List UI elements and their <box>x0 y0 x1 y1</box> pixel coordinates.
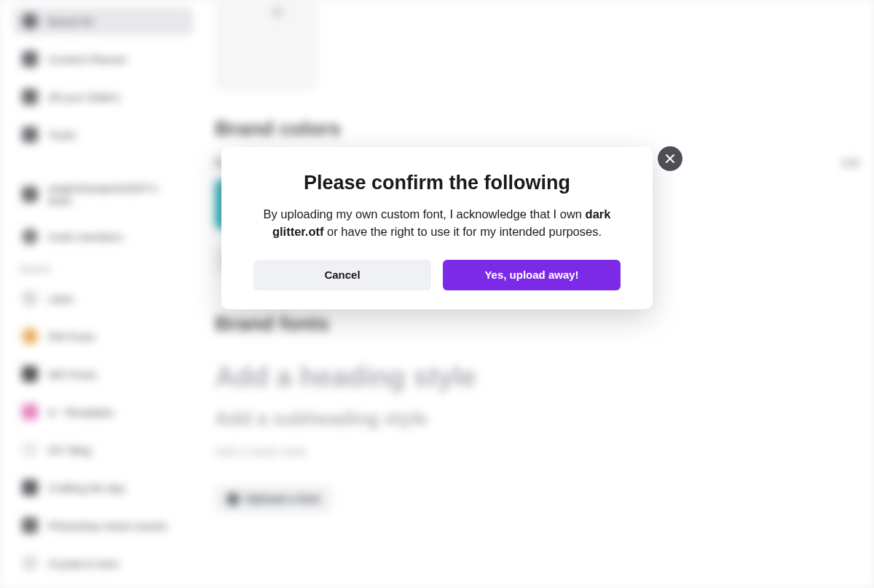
close-icon <box>665 154 675 164</box>
close-button[interactable] <box>658 146 682 171</box>
cancel-button[interactable]: Cancel <box>253 260 431 290</box>
confirm-upload-modal: Please confirm the following By uploadin… <box>221 147 653 309</box>
modal-title: Please confirm the following <box>253 172 621 194</box>
modal-body-pre: By uploading my own custom font, I ackno… <box>264 207 586 220</box>
modal-overlay: Please confirm the following By uploadin… <box>0 0 874 588</box>
modal-body-post: or have the right to use it for my inten… <box>324 225 602 238</box>
modal-body: By uploading my own custom font, I ackno… <box>253 206 621 241</box>
modal-actions: Cancel Yes, upload away! <box>253 260 621 290</box>
confirm-button[interactable]: Yes, upload away! <box>443 260 621 290</box>
